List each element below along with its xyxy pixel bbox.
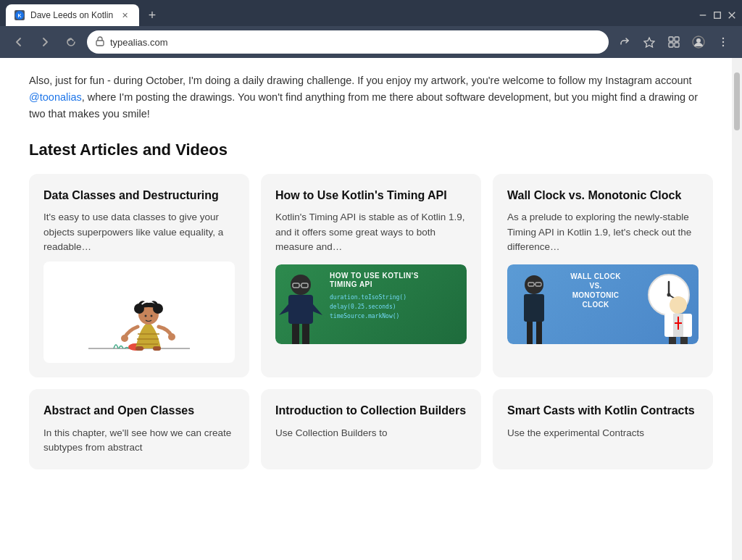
section-title: Latest Articles and Videos [29, 141, 713, 159]
article-card-smart-casts[interactable]: Smart Casts with Kotlin Contracts Use th… [493, 389, 713, 469]
article-card-wall-clock[interactable]: Wall Clock vs. Monotonic Clock As a prel… [493, 174, 713, 378]
window-controls [699, 11, 736, 20]
wall-clock-thumbnail: WALL CLOCKvs.MONOTONICCLOCK [507, 264, 699, 344]
svg-rect-37 [292, 324, 299, 344]
svg-rect-44 [527, 322, 533, 344]
tab-title: Dave Leeds on Kotlin [30, 10, 113, 20]
svg-point-26 [134, 304, 144, 314]
svg-point-31 [168, 333, 175, 340]
intro-paragraph: Also, just for fun - during October, I'm… [29, 72, 713, 123]
article-card-data-classes[interactable]: Data Classes and Destructuring It's easy… [29, 174, 249, 378]
svg-point-13 [696, 38, 701, 43]
svg-rect-36 [288, 295, 313, 324]
url-text: typealias.com [110, 37, 167, 48]
scrollbar[interactable] [732, 58, 742, 560]
svg-rect-8 [669, 37, 673, 41]
article-excerpt: In this chapter, we'll see how we can cr… [43, 426, 235, 456]
refresh-button[interactable] [61, 32, 81, 52]
article-title: How to Use Kotlin's Timing API [275, 188, 467, 204]
share-icon[interactable] [614, 32, 635, 52]
svg-rect-55 [669, 337, 676, 344]
svg-point-15 [722, 41, 724, 43]
article-excerpt: Use the experimental Contracts [507, 426, 699, 440]
svg-rect-11 [675, 43, 679, 47]
svg-point-14 [722, 38, 724, 39]
profile-switcher[interactable] [688, 32, 709, 52]
extensions-icon[interactable] [664, 32, 684, 52]
svg-marker-7 [644, 38, 654, 47]
article-image: HOW TO USE KOTLIN'STIMING API duration.t… [275, 264, 467, 344]
toolbar: typealias.com [0, 26, 742, 58]
minimize-button[interactable] [699, 11, 707, 20]
address-bar[interactable]: typealias.com [87, 30, 609, 54]
svg-rect-10 [669, 43, 673, 47]
svg-rect-43 [524, 294, 544, 322]
svg-rect-9 [675, 37, 679, 41]
timing-api-thumbnail: HOW TO USE KOTLIN'STIMING API duration.t… [275, 264, 467, 344]
svg-rect-38 [302, 324, 309, 344]
star-icon[interactable] [639, 32, 659, 52]
close-button[interactable] [728, 11, 736, 20]
articles-grid: Data Classes and Destructuring It's easy… [29, 174, 713, 378]
page-content: Also, just for fun - during October, I'm… [0, 58, 742, 560]
article-title: Introduction to Collection Builders [275, 404, 467, 419]
back-button[interactable] [9, 32, 29, 52]
forward-button[interactable] [35, 32, 55, 52]
article-card-timing-api[interactable]: How to Use Kotlin's Timing API Kotlin's … [261, 174, 481, 378]
new-tab-button[interactable]: + [142, 5, 162, 25]
article-card-collection-builders[interactable]: Introduction to Collection Builders Use … [261, 389, 481, 469]
menu-icon[interactable] [713, 32, 733, 52]
svg-text:K: K [17, 13, 21, 18]
svg-rect-45 [536, 322, 542, 344]
article-excerpt: Kotlin's Timing API is stable as of Kotl… [275, 210, 467, 254]
article-title: Smart Casts with Kotlin Contracts [507, 404, 699, 419]
articles-grid-row2: Abstract and Open Classes In this chapte… [29, 389, 713, 469]
tab-close-button[interactable]: ✕ [119, 9, 130, 21]
toolbar-actions [614, 32, 733, 52]
lock-icon [96, 36, 104, 48]
article-title: Abstract and Open Classes [43, 404, 235, 419]
title-bar: K Dave Leeds on Kotlin ✕ + [0, 0, 742, 26]
article-image: WALL CLOCKvs.MONOTONICCLOCK [507, 264, 699, 344]
content-area: Also, just for fun - during October, I'm… [0, 58, 742, 560]
article-card-abstract[interactable]: Abstract and Open Classes In this chapte… [29, 389, 249, 469]
svg-point-28 [145, 315, 147, 317]
article-excerpt: Use Collection Builders to [275, 426, 467, 440]
svg-rect-56 [680, 337, 688, 344]
tab-favicon: K [14, 10, 25, 20]
svg-rect-6 [96, 41, 104, 46]
article-image [43, 262, 235, 363]
svg-rect-3 [714, 12, 721, 19]
instagram-link[interactable]: @toonalias [29, 91, 82, 103]
scrollbar-thumb[interactable] [734, 72, 740, 130]
svg-point-27 [153, 304, 163, 314]
article-excerpt: It's easy to use data classes to give yo… [43, 210, 235, 254]
svg-point-29 [151, 315, 153, 317]
svg-point-30 [121, 335, 128, 342]
article-excerpt: As a prelude to exploring the newly-stab… [507, 210, 699, 254]
article-title: Data Classes and Destructuring [43, 188, 235, 204]
svg-point-16 [722, 45, 724, 46]
browser-chrome: K Dave Leeds on Kotlin ✕ + [0, 0, 742, 58]
article-title: Wall Clock vs. Monotonic Clock [507, 188, 699, 204]
svg-point-50 [670, 296, 687, 314]
maximize-button[interactable] [713, 11, 722, 20]
active-tab[interactable]: K Dave Leeds on Kotlin ✕ [6, 4, 139, 26]
